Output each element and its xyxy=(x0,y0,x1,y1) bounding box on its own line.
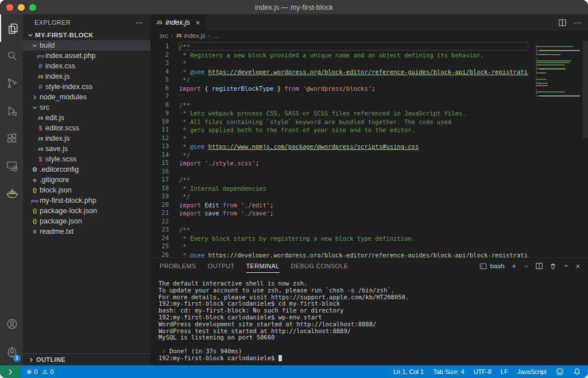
code-lines: 1/**2 * Registers a new block provided a… xyxy=(150,42,588,257)
remote-explorer-icon[interactable] xyxy=(0,152,23,180)
notifications-bell-icon[interactable] xyxy=(573,368,581,376)
eol[interactable]: LF xyxy=(501,368,508,375)
zoom-window-button[interactable] xyxy=(29,4,36,11)
source-control-icon[interactable] xyxy=(0,70,23,97)
editor-scrollbar[interactable] xyxy=(583,41,588,138)
tree-item[interactable]: {}package.json xyxy=(23,216,150,226)
panel-tab-debug-console[interactable]: DEBUG CONSOLE xyxy=(291,259,349,273)
minimap-line xyxy=(540,54,547,55)
tree-item[interactable]: phpmy-first-block.php xyxy=(23,195,150,206)
tree-item[interactable]: ⚙.editorconfig xyxy=(23,164,150,175)
feedback-smiley-icon[interactable] xyxy=(556,368,564,376)
search-icon[interactable] xyxy=(0,42,23,70)
tree-item[interactable]: node_modules xyxy=(23,92,150,102)
line-number: 24 xyxy=(150,234,179,242)
code-line: 8/** xyxy=(150,101,528,109)
panel-tab-terminal[interactable]: TERMINAL xyxy=(246,259,280,273)
code-line: 5 */ xyxy=(150,75,528,84)
tab-label: index.js xyxy=(165,18,189,26)
tree-item[interactable]: ◆.gitignore xyxy=(23,175,150,185)
code-editor[interactable]: 1/**2 * Registers a new block provided a… xyxy=(150,41,588,257)
docker-icon[interactable] xyxy=(0,180,23,207)
tab-index-js[interactable]: JS index.js × xyxy=(150,14,206,30)
new-terminal-icon[interactable]: ＋ xyxy=(510,261,517,271)
tree-item[interactable]: JSindex.js xyxy=(23,133,150,144)
php-file-icon: php xyxy=(36,54,45,58)
line-number: 6 xyxy=(150,84,179,92)
tree-root-folder[interactable]: MY-FIRST-BLOCK xyxy=(23,30,150,40)
code-line: 3 * xyxy=(150,59,528,67)
encoding[interactable]: UTF-8 xyxy=(474,368,492,375)
tree-item[interactable]: $style.scss xyxy=(23,154,150,164)
terminal-icon xyxy=(479,263,487,270)
code-line: 2 * Registers a new block provided a uni… xyxy=(150,51,528,59)
editor-more-actions-icon[interactable]: ⋯ xyxy=(574,18,581,27)
tree-item-label: edit.js xyxy=(45,114,64,122)
tree-item[interactable]: ≡readme.txt xyxy=(23,226,150,237)
tree-item[interactable]: phpindex.asset.php xyxy=(23,51,150,61)
chevron-down-icon xyxy=(30,42,40,49)
tree-item[interactable]: JSsave.js xyxy=(23,144,150,154)
minimize-window-button[interactable] xyxy=(18,4,25,11)
workbench: 1 EXPLORER ⋯ MY-FIRST-BLOCK buildphpinde… xyxy=(0,14,588,365)
chevron-down-icon xyxy=(25,31,35,39)
close-window-button[interactable] xyxy=(6,4,13,11)
explorer-icon[interactable] xyxy=(0,14,23,42)
tree-item[interactable]: {}block.json xyxy=(23,185,150,195)
shell-selector[interactable]: bash xyxy=(479,263,504,270)
line-number: 19 xyxy=(150,192,179,200)
tree-item-label: src xyxy=(40,103,49,111)
tree-item[interactable]: {}package-lock.json xyxy=(23,206,150,216)
tree-item[interactable]: #style-index.css xyxy=(23,82,150,92)
account-icon[interactable] xyxy=(0,310,23,338)
settings-icon[interactable]: 1 xyxy=(0,338,23,365)
tree-item[interactable]: JSindex.js xyxy=(23,71,150,82)
code-line: 10 * All files containing `style` keywor… xyxy=(150,117,528,126)
line-number: 11 xyxy=(150,125,179,134)
close-panel-icon[interactable]: × xyxy=(575,262,580,271)
split-editor-icon[interactable] xyxy=(558,18,567,27)
breadcrumb-separator: › xyxy=(171,33,173,39)
maximize-panel-icon[interactable] xyxy=(563,263,570,269)
remote-indicator[interactable] xyxy=(0,365,21,378)
kill-terminal-icon[interactable] xyxy=(549,262,557,270)
split-terminal-icon[interactable] xyxy=(535,262,543,270)
terminal-output[interactable]: The default interactive shell is now zsh… xyxy=(150,274,588,365)
editor-group: JS index.js × ⋯ src›JSindex.js›… 1/**2 *… xyxy=(150,14,588,365)
breadcrumb-label: index.js xyxy=(184,32,205,39)
tree-item[interactable]: src xyxy=(23,102,150,113)
tab-close-icon[interactable]: × xyxy=(196,18,200,27)
panel-tab-problems[interactable]: PROBLEMS xyxy=(160,259,196,273)
panel-tab-output[interactable]: OUTPUT xyxy=(208,259,235,273)
window-title: index.js — my-first-block xyxy=(0,3,588,11)
problems-status[interactable]: ⊗ 0 ⚠ 0 xyxy=(21,368,53,376)
terminal-cursor xyxy=(278,355,282,361)
explorer-more-actions-icon[interactable]: ⋯ xyxy=(136,18,144,27)
breadcrumb-item[interactable]: src xyxy=(160,32,168,39)
minimap-line xyxy=(539,72,546,74)
extensions-icon[interactable] xyxy=(0,125,23,152)
minimap-line xyxy=(536,67,537,68)
breadcrumb-item[interactable]: JSindex.js xyxy=(176,32,206,39)
tree-item-label: .editorconfig xyxy=(40,165,79,173)
tree-item-label: node_modules xyxy=(40,93,87,101)
tree-item-label: index.css xyxy=(45,62,75,70)
minimap-line xyxy=(536,81,537,82)
tree-item[interactable]: #index.css xyxy=(23,61,150,71)
launch-profile-chevron-icon[interactable] xyxy=(523,263,529,269)
outline-section-header[interactable]: OUTLINE xyxy=(23,353,150,365)
tree-item[interactable]: $editor.scss xyxy=(23,123,150,133)
cursor-position[interactable]: Ln 1, Col 1 xyxy=(393,368,424,375)
code-line: 25 * xyxy=(150,242,528,250)
breadcrumb-item[interactable]: … xyxy=(213,32,219,39)
tab-size[interactable]: Tab Size: 4 xyxy=(433,368,464,375)
tree-item[interactable]: build xyxy=(23,40,150,51)
minimap[interactable] xyxy=(533,41,588,257)
tree-item[interactable]: JSedit.js xyxy=(23,113,150,123)
minimap-line xyxy=(536,72,539,74)
run-debug-icon[interactable] xyxy=(0,97,23,125)
language-mode[interactable]: JavaScript xyxy=(517,368,547,375)
minimap-line xyxy=(536,58,537,59)
code-line: 24 * Every block starts by registering a… xyxy=(150,234,528,242)
file-tree: buildphpindex.asset.php#index.cssJSindex… xyxy=(23,40,150,237)
